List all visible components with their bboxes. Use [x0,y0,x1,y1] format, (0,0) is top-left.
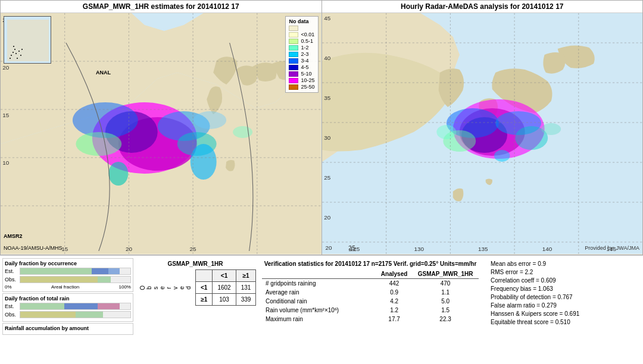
svg-point-40 [21,49,23,50]
svg-text:25: 25 [324,174,330,180]
no-data-label: No data [289,18,314,24]
occurrence-axis: 0% Areal fraction 100% [5,284,131,290]
rain-obs-yellow [20,312,76,318]
svg-text:140: 140 [542,246,551,252]
svg-text:30: 30 [324,134,330,140]
stats-row: Daily fraction by occurrence Est. Obs. [0,256,643,364]
est-green-bar [20,268,92,274]
verif-cell-analysed: 442 [376,279,412,288]
legend-color-23 [289,52,298,57]
verif-row: # gridpoints raining442470 [262,279,479,288]
right-stats: Mean abs error = 0.9RMS error = 2.2Corre… [486,258,641,362]
stat-line: Equitable threat score = 0.510 [491,319,636,325]
svg-text:2̲5̲: 2̲5̲ [348,244,356,250]
legend-color-nodata [289,26,298,31]
legend-color-45 [289,65,298,70]
svg-point-33 [15,53,17,54]
inset-map-svg [4,17,51,64]
stat-line: Probability of detection = 0.767 [491,294,636,300]
legend-label-051: 0.5-1 [301,38,313,44]
rain-est-green [20,303,64,309]
svg-text:130: 130 [414,246,423,252]
svg-text:15: 15 [61,246,68,252]
verif-cell-analysed: 4.2 [376,297,412,306]
verif-row: Maximum rain17.722.3 [262,315,479,324]
svg-text:35: 35 [324,95,330,101]
occurrence-obs-label: Obs. [5,277,20,283]
svg-point-12 [108,162,128,186]
verif-col-analysed: Analysed [376,269,412,279]
ct-row2-header: ≥1 [196,294,213,306]
verif-cell-label: Average rain [262,288,376,297]
amsr2-label: AMSR2 [4,233,23,239]
legend-color-001 [289,32,298,37]
verif-col-label [262,269,376,279]
accumulation-title: Rainfall accumulation by amount [5,325,131,331]
svg-point-38 [20,55,21,56]
verif-cell-analysed: 17.7 [376,315,412,324]
contingency-wrapper: Observed <1 ≥1 <1 1602 131 [138,269,252,306]
verif-row: Average rain0.91.1 [262,288,479,297]
svg-point-9 [76,132,121,156]
svg-text:40: 40 [324,55,330,61]
legend-color-12 [289,45,298,51]
svg-point-32 [14,49,15,50]
legend-label-45: 4-5 [301,64,308,70]
rain-obs-label: Obs. [5,312,20,318]
occurrence-est-bar [20,268,131,275]
axis-left: 0% [5,284,12,290]
svg-text:20: 20 [126,246,132,252]
verification-section: Verification statistics for 20141012 17 … [257,258,483,362]
obs-label-wrapper: Observed [138,269,193,306]
right-map-panel: Hourly Radar-AMeDAS analysis for 2014101… [322,0,644,255]
rain-est-label: Est. [5,303,20,309]
svg-point-10 [191,144,217,180]
occurrence-chart: Daily fraction by occurrence Est. Obs. [2,258,133,292]
stat-line: Hanssen & Kuipers score = 0.691 [491,310,636,317]
legend-label-510: 5-10 [301,71,311,77]
verif-title: Verification statistics for 20141012 17 … [262,261,479,267]
ct-col2: ≥1 [236,270,256,282]
svg-point-37 [10,58,11,59]
stat-line: RMS error = 2.2 [491,269,636,275]
verif-row: Conditional rain4.25.0 [262,297,479,306]
legend-item-23: 2-3 [289,51,314,57]
legend-item-34: 3-4 [289,58,314,64]
verif-cell-gsmap: 22.3 [412,315,479,324]
verif-table: Analysed GSMAP_MWR_1HR # gridpoints rain… [262,269,479,324]
legend-item-510: 5-10 [289,71,314,77]
svg-text:45: 45 [324,15,330,21]
legend-item-nodata [289,26,314,31]
legend-item-45: 4-5 [289,64,314,70]
axis-center: Areal fraction [51,284,79,290]
rain-chart: Daily fraction of total rain Est. Obs. [2,293,133,322]
verif-row: Rain volume (mm*km²×10⁶)1.21.5 [262,306,479,315]
svg-text:25: 25 [190,246,196,252]
svg-text:20: 20 [325,244,332,250]
inset-map [4,16,51,64]
rain-est-pink [98,303,120,309]
verif-cell-analysed: 0.9 [376,288,412,297]
ct-col1: <1 [213,270,236,282]
legend-color-510 [289,71,298,77]
stat-line: False alarm ratio = 0.279 [491,302,636,309]
verif-cell-gsmap: 470 [412,279,479,288]
contingency-table-wrapper: <1 ≥1 <1 1602 131 ≥1 103 339 [195,269,256,306]
verif-cell-gsmap: 1.5 [412,306,479,315]
occurrence-title: Daily fraction by occurrence [5,261,131,266]
legend-panel: No data <0.01 0.5-1 1-2 [285,16,318,93]
legend-item-12: 1-2 [289,45,314,51]
svg-marker-30 [7,20,49,61]
svg-text:20: 20 [2,64,9,70]
ct-val-bl: 103 [213,294,236,306]
est-cyan-bar [108,268,120,274]
svg-text:15: 15 [2,112,9,118]
svg-point-53 [494,150,510,162]
ct-val-br: 339 [236,294,256,306]
legend-color-1025 [289,78,298,83]
legend-item-001: <0.01 [289,32,314,37]
obs-label: Observed [138,284,193,291]
right-map-content: 45 40 35 30 25 20 125 130 135 140 145 20… [322,13,643,254]
rain-obs-bar [20,311,131,318]
svg-point-34 [11,55,12,56]
